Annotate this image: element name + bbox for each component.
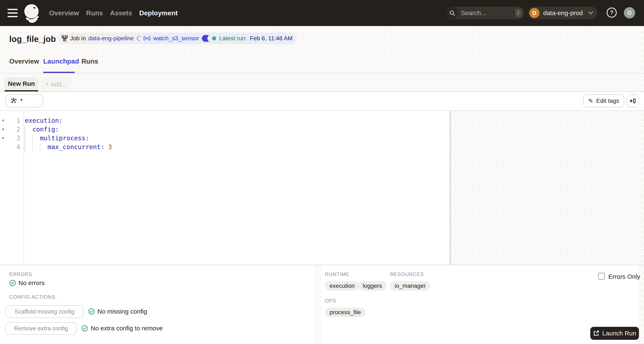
- indent-guide: [40, 144, 40, 151]
- check-circle-icon: [88, 308, 95, 315]
- org-avatar: D: [530, 8, 540, 18]
- scaffold-missing-config-button[interactable]: Scaffold missing config: [6, 306, 84, 318]
- run-config-tab-new-run[interactable]: New Run: [4, 77, 38, 91]
- launch-run-label: Launch Run: [602, 330, 636, 337]
- launch-icon: [593, 330, 599, 337]
- yaml-key: max_concurrent:: [25, 143, 108, 151]
- line-number: 1: [0, 116, 20, 125]
- code-line[interactable]: 4 max_concurrent: 3: [0, 143, 450, 151]
- latest-run-pill: Latest run: Feb 6, 11:46 AM: [208, 33, 297, 44]
- search-shortcut-key: /: [515, 9, 522, 17]
- sensor-link[interactable]: watch_s3_sensor: [153, 35, 199, 42]
- runtime-chip[interactable]: loggers: [358, 281, 387, 291]
- add-config-tab-button[interactable]: + Add...: [41, 77, 71, 91]
- no-errors-status: No errors: [9, 279, 45, 287]
- sensor-icon: [144, 35, 150, 41]
- resources-section-label: RESOURCES: [390, 271, 424, 277]
- launchpad-page: Overview Runs Assets Deployment Search..…: [0, 0, 644, 344]
- line-number: 2: [0, 125, 20, 134]
- code-line[interactable]: ▼ 1 execution:: [0, 116, 450, 125]
- split-pane-divider[interactable]: [450, 111, 451, 265]
- ops-section-label: OPS: [325, 298, 336, 304]
- yaml-key: config:: [25, 126, 59, 133]
- launchpad-toolbar: * ✎ Edit tags: [0, 92, 644, 111]
- launch-run-button[interactable]: Launch Run: [590, 327, 639, 340]
- yaml-key: execution:: [25, 117, 63, 124]
- edit-tags-button[interactable]: ✎ Edit tags: [583, 94, 624, 107]
- errors-only-label: Errors Only: [608, 273, 640, 280]
- line-number: 4: [0, 143, 20, 151]
- check-circle-icon: [82, 325, 88, 332]
- op-chip[interactable]: process_file: [325, 308, 366, 317]
- chevron-down-icon: [588, 11, 593, 14]
- edit-tags-label: Edit tags: [596, 97, 619, 104]
- hamburger-menu-icon[interactable]: [8, 9, 18, 17]
- org-name: data-eng-prod: [543, 9, 588, 16]
- line-number: 3: [0, 134, 20, 143]
- runtime-section-label: RUNTIME: [325, 271, 349, 277]
- no-errors-text: No errors: [18, 279, 45, 287]
- no-missing-config-text: No missing config: [98, 308, 147, 315]
- job-pill: Job in data-eng-pipeline: [58, 33, 146, 44]
- code-line[interactable]: ▼ 3 multiprocess:: [0, 134, 450, 143]
- tab-runs[interactable]: Runs: [82, 57, 98, 65]
- workflow-icon: [62, 35, 68, 41]
- page-title: log_file_job: [9, 34, 56, 44]
- runtime-chip[interactable]: execution: [325, 281, 359, 291]
- config-actions-label: CONFIG ACTIONS:: [9, 294, 57, 300]
- latest-run-link[interactable]: Feb 6, 11:46 AM: [250, 35, 292, 42]
- dagster-logo-icon[interactable]: [23, 3, 42, 25]
- no-extra-config-status: No extra config to remove: [82, 325, 163, 332]
- pipeline-link[interactable]: data-eng-pipeline: [88, 35, 134, 42]
- latest-run-label: Latest run:: [219, 35, 247, 42]
- sensor-pill: watch_s3_sensor: [140, 33, 218, 44]
- nav-deployment[interactable]: Deployment: [139, 9, 178, 17]
- no-missing-config-status: No missing config: [88, 308, 147, 315]
- nav-overview[interactable]: Overview: [49, 9, 79, 17]
- main-nav: Overview Runs Assets Deployment: [49, 0, 178, 26]
- tabs-divider: [0, 73, 644, 73]
- run-status-dot: [212, 36, 216, 40]
- expand-panel-icon: [629, 97, 636, 104]
- code-line[interactable]: ▼ 2 config:: [0, 125, 450, 134]
- top-bar: Overview Runs Assets Deployment Search..…: [0, 0, 644, 26]
- nav-assets[interactable]: Assets: [110, 9, 132, 17]
- indent-guide: [25, 126, 25, 151]
- no-extra-config-text: No extra config to remove: [91, 325, 163, 332]
- config-editor[interactable]: ▼ 1 execution: ▼ 2 config: ▼ 3 multiproc…: [0, 111, 450, 265]
- help-icon[interactable]: ?: [607, 7, 617, 18]
- errors-only-checkbox[interactable]: [598, 273, 605, 280]
- job-pill-prefix: Job in: [70, 35, 86, 42]
- nav-runs[interactable]: Runs: [86, 9, 103, 17]
- tab-launchpad[interactable]: Launchpad: [43, 57, 79, 65]
- errors-section-label: ERRORS: [9, 271, 32, 277]
- yaml-value: 3: [108, 143, 112, 151]
- search-icon: [446, 7, 458, 19]
- indent-guide: [32, 135, 33, 151]
- search-placeholder: Search...: [461, 9, 515, 16]
- op-selection-button[interactable]: *: [6, 94, 43, 107]
- yaml-key: multiprocess:: [25, 134, 89, 142]
- search-input[interactable]: Search... /: [446, 7, 524, 19]
- toggle-preview-panel-button[interactable]: [627, 94, 638, 107]
- remove-extra-config-button[interactable]: Remove extra config: [6, 322, 77, 335]
- tab-overview[interactable]: Overview: [9, 57, 39, 65]
- user-avatar[interactable]: G: [624, 7, 635, 18]
- op-selection-value: *: [20, 97, 23, 104]
- resource-chip[interactable]: io_manager: [390, 281, 430, 291]
- check-circle-icon: [9, 280, 16, 286]
- org-switcher[interactable]: D data-eng-prod: [528, 7, 598, 19]
- pencil-icon: ✎: [588, 97, 593, 104]
- op-graph-icon: [10, 97, 17, 104]
